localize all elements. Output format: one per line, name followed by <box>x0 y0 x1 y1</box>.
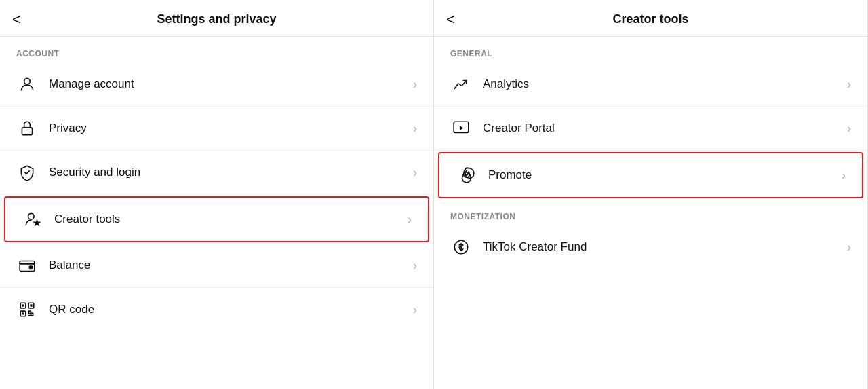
chevron-right-icon: › <box>847 77 851 92</box>
balance-label: Balance <box>49 259 413 272</box>
right-panel-title: Creator tools <box>612 12 688 26</box>
svg-rect-9 <box>22 304 24 306</box>
chevron-right-icon: › <box>413 303 417 317</box>
menu-item-tiktok-creator-fund[interactable]: TikTok Creator Fund › <box>434 225 867 269</box>
menu-item-balance[interactable]: Balance › <box>0 244 433 288</box>
privacy-label: Privacy <box>49 122 413 135</box>
chevron-right-icon: › <box>413 259 417 273</box>
left-panel: < Settings and privacy ACCOUNT Manage ac… <box>0 0 434 389</box>
menu-item-promote[interactable]: Promote › <box>438 152 863 198</box>
manage-account-label: Manage account <box>49 77 413 91</box>
security-login-label: Security and login <box>49 166 413 179</box>
promote-label: Promote <box>488 168 842 182</box>
wallet-icon <box>16 255 38 276</box>
person-star-icon <box>22 208 43 230</box>
right-panel: < Creator tools General Analytics › Crea… <box>434 0 868 389</box>
chevron-right-icon: › <box>408 212 412 227</box>
right-back-button[interactable]: < <box>446 12 455 27</box>
analytics-label: Analytics <box>483 77 847 91</box>
menu-item-creator-tools[interactable]: Creator tools › <box>4 196 429 242</box>
svg-rect-5 <box>29 266 32 268</box>
flame-icon <box>456 164 477 186</box>
svg-marker-3 <box>33 219 41 226</box>
chevron-right-icon: › <box>413 77 417 92</box>
chevron-right-icon: › <box>847 122 851 136</box>
menu-item-creator-portal[interactable]: Creator Portal › <box>434 107 867 151</box>
svg-rect-10 <box>30 304 32 306</box>
general-section-label: General <box>434 37 867 62</box>
chart-icon <box>450 73 472 95</box>
dollar-circle-icon <box>450 236 472 258</box>
svg-rect-1 <box>22 128 32 135</box>
lock-icon <box>16 117 38 139</box>
creator-portal-label: Creator Portal <box>483 122 847 135</box>
left-panel-header: < Settings and privacy <box>0 0 433 37</box>
chevron-right-icon: › <box>413 166 417 180</box>
person-icon <box>16 73 38 95</box>
chevron-right-icon: › <box>413 122 417 136</box>
menu-item-qr-code[interactable]: QR code › <box>0 288 433 331</box>
svg-point-0 <box>24 78 31 84</box>
right-panel-header: < Creator tools <box>434 0 867 37</box>
svg-rect-11 <box>22 312 24 314</box>
qrcode-icon <box>16 299 38 320</box>
left-panel-title: Settings and privacy <box>157 12 276 26</box>
menu-item-manage-account[interactable]: Manage account › <box>0 62 433 107</box>
left-back-button[interactable]: < <box>12 12 21 27</box>
creator-tools-label: Creator tools <box>54 212 408 226</box>
chevron-right-icon: › <box>847 240 851 255</box>
menu-item-privacy[interactable]: Privacy › <box>0 107 433 151</box>
tiktok-creator-fund-label: TikTok Creator Fund <box>483 240 847 254</box>
qr-code-label: QR code <box>49 303 413 316</box>
menu-item-security-login[interactable]: Security and login › <box>0 151 433 195</box>
monitor-play-icon <box>450 117 472 139</box>
monetization-section-label: Monetization <box>434 200 867 225</box>
account-section-label: ACCOUNT <box>0 37 433 62</box>
shield-icon <box>16 162 38 183</box>
chevron-right-icon: › <box>842 168 846 183</box>
menu-item-analytics[interactable]: Analytics › <box>434 62 867 107</box>
svg-point-2 <box>28 213 35 219</box>
